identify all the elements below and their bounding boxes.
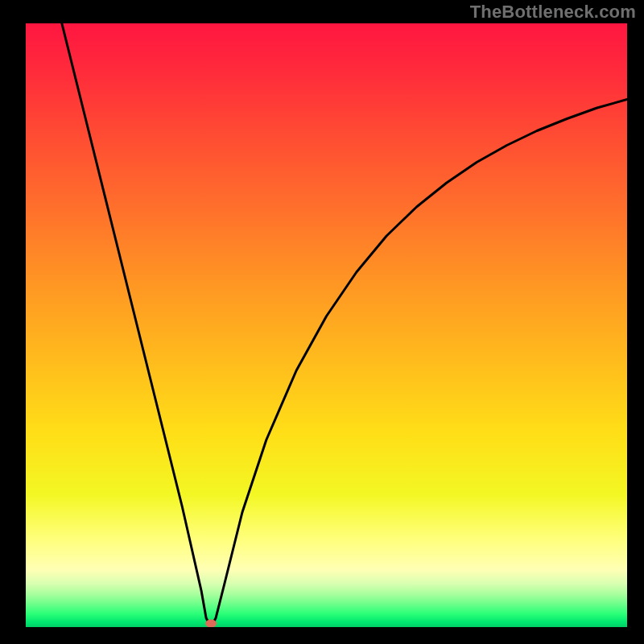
chart-frame: { "watermark": "TheBottleneck.com", "cha… bbox=[0, 0, 644, 644]
plot-background bbox=[26, 23, 627, 627]
watermark-text: TheBottleneck.com bbox=[470, 2, 636, 23]
minimum-marker bbox=[205, 620, 217, 628]
bottleneck-chart bbox=[0, 0, 644, 644]
